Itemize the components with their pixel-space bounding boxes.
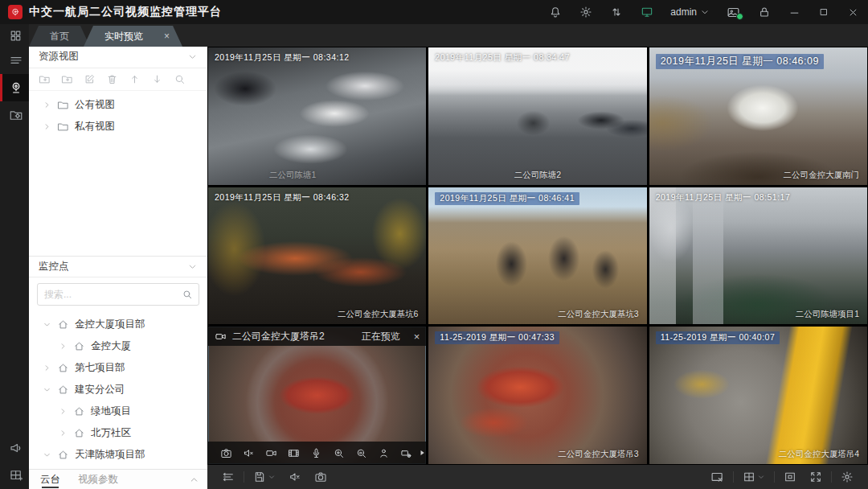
chevron-up-icon[interactable]	[189, 475, 199, 485]
folder-icon	[57, 121, 69, 133]
resource-tree: 公有视图 私有视图	[29, 91, 207, 141]
expand-window-button[interactable]	[777, 471, 803, 483]
menu-list-icon[interactable]	[0, 47, 29, 74]
chevron-right-icon	[59, 429, 68, 438]
video-cell-5[interactable]: 2019年11月25日 星期一 08:46:41 二公司金控大厦基坑3	[428, 187, 646, 325]
camera-timestamp: 2019年11月25日 星期一 08:46:32	[215, 192, 350, 203]
video-cell-6[interactable]: 2019年11月25日 星期一 08:51:17 二公司陈塘项目1	[649, 187, 867, 325]
tab-close-icon[interactable]: ×	[164, 31, 170, 42]
video-cell-3[interactable]: 2019年11月25日 星期一 08:46:09 二公司金控大厦南门	[649, 47, 867, 185]
tab-bar: 首页 实时预览 ×	[29, 24, 868, 47]
video-cell-4[interactable]: 2019年11月25日 星期一 08:46:32 二公司金控大厦基坑6	[208, 187, 426, 325]
search-input[interactable]	[38, 289, 199, 300]
talk-microphone-button[interactable]	[305, 447, 327, 459]
tree-item-label: 公有视图	[75, 98, 115, 112]
tab-video-params-label: 视频参数	[78, 473, 118, 487]
tree-item-tianjin-chentang[interactable]: 天津陈塘项目部	[29, 444, 207, 466]
video-cell-toolbar	[208, 442, 426, 464]
camera-icon	[215, 331, 227, 343]
fullscreen-button[interactable]	[803, 471, 829, 483]
grid-layout-button[interactable]	[736, 471, 772, 483]
maximize-button[interactable]	[809, 0, 838, 24]
camera-name: 二公司金控大厦塔吊2	[232, 330, 325, 343]
camera-timestamp: 2019年11月25日 星期一 08:51:17	[656, 192, 791, 203]
resource-manage-rail-icon[interactable]	[0, 101, 29, 129]
resource-view-header[interactable]: 资源视图	[29, 47, 207, 68]
add-view-group-button[interactable]	[39, 73, 51, 85]
video-cell-header: 二公司金控大厦塔吊2 正在预览 ×	[208, 327, 426, 346]
notifications-button[interactable]	[540, 0, 571, 24]
transfer-button[interactable]	[601, 0, 632, 24]
snapshot-status-button[interactable]	[718, 0, 749, 24]
panel-bottom-tabs: 云台 视频参数	[29, 469, 207, 489]
site-icon	[73, 427, 85, 439]
add-layout-rail-icon[interactable]	[0, 462, 29, 489]
search-icon[interactable]	[182, 289, 193, 300]
close-video-icon[interactable]: ×	[414, 331, 420, 343]
monitor-points-header[interactable]: 监控点	[29, 256, 207, 278]
collapse-chevron-icon[interactable]	[187, 261, 198, 272]
preset-position-button[interactable]	[372, 447, 395, 459]
tree-item-label: 绿地项目	[91, 405, 131, 418]
move-down-button[interactable]	[151, 73, 163, 85]
tree-item-seventh-project[interactable]: 第七项目部	[29, 357, 207, 379]
chevron-right-icon	[43, 101, 51, 109]
camera-timestamp: 2019年11月25日 星期一 08:46:09	[656, 54, 824, 69]
save-view-button[interactable]	[247, 471, 282, 483]
instant-playback-button[interactable]	[282, 447, 305, 459]
collapse-chevron-icon[interactable]	[187, 51, 198, 62]
3d-zoom-button[interactable]	[350, 447, 372, 459]
snapshot-button[interactable]	[215, 447, 237, 459]
tab-ptz[interactable]: 云台	[40, 470, 60, 489]
audio-muted-button[interactable]	[237, 447, 260, 459]
user-menu[interactable]: admin	[662, 6, 718, 18]
tab-live-preview[interactable]: 实时预览 ×	[84, 26, 182, 47]
delete-view-button[interactable]	[106, 73, 118, 85]
tree-item-beiwan-community[interactable]: 北万社区	[29, 422, 207, 444]
apps-grid-icon[interactable]	[0, 24, 29, 47]
close-all-button[interactable]	[704, 471, 731, 484]
app-title: 中交一航局二公司视频监控管理平台	[29, 5, 222, 19]
search-view-button[interactable]	[174, 73, 186, 85]
tree-item-private-views[interactable]: 私有视图	[29, 116, 207, 138]
close-button[interactable]	[838, 0, 868, 24]
snapshot-all-button[interactable]	[308, 471, 334, 483]
tree-item-jinkong-building[interactable]: 金控大厦	[29, 335, 207, 357]
stream-type-button[interactable]	[215, 471, 241, 483]
move-up-button[interactable]	[129, 73, 141, 85]
video-cell-8[interactable]: 11-25-2019 星期一 00:47:33 二公司金控大厦塔吊3	[428, 327, 646, 464]
chevron-down-icon	[43, 450, 51, 459]
ptz-control-button[interactable]	[395, 447, 417, 459]
video-cell-9[interactable]: 11-25-2019 星期一 00:40:07 二公司金控大厦塔吊4	[649, 327, 867, 464]
tree-item-jianan-branch[interactable]: 建安分公司	[29, 379, 207, 401]
mute-all-button[interactable]	[282, 471, 308, 483]
lock-button[interactable]	[749, 0, 780, 24]
record-button[interactable]	[260, 447, 282, 459]
video-cell-1[interactable]: 2019年11月25日 星期一 08:34:12 二公司陈塘1	[208, 47, 426, 185]
settings-button[interactable]	[571, 0, 601, 24]
tree-item-greenland-project[interactable]: 绿地项目	[29, 401, 207, 422]
tree-item-label: 北万社区	[91, 426, 131, 440]
camera-name-label: 二公司金控大厦南门	[784, 170, 860, 181]
live-view-rail-icon[interactable]	[0, 74, 29, 101]
video-wall-button[interactable]	[632, 0, 662, 24]
minimize-button[interactable]	[780, 0, 809, 24]
digital-zoom-button[interactable]	[327, 447, 350, 459]
tree-item-jinkong-project[interactable]: 金控大厦项目部	[29, 314, 207, 335]
left-rail	[0, 24, 29, 489]
camera-name-label: 二公司金控大厦基坑3	[558, 309, 638, 320]
chevron-right-icon	[59, 407, 68, 416]
tab-home[interactable]: 首页	[29, 26, 90, 47]
more-tools-arrow[interactable]	[417, 448, 426, 458]
camera-name-label: 二公司金控大厦基坑6	[338, 309, 418, 320]
edit-view-button[interactable]	[84, 73, 96, 85]
tree-item-public-views[interactable]: 公有视图	[29, 94, 207, 116]
bottom-toolbar	[207, 465, 868, 489]
tab-video-params[interactable]: 视频参数	[78, 470, 118, 489]
tree-item-label: 金控大厦项目部	[75, 318, 145, 331]
announcement-rail-icon[interactable]	[0, 434, 29, 462]
video-cell-2[interactable]: 2019年11月25日 星期一 08:34:47 二公司陈塘2	[428, 47, 646, 185]
add-view-button[interactable]	[61, 73, 73, 85]
grid-settings-button[interactable]	[834, 471, 860, 483]
video-cell-7-selected[interactable]: 二公司金控大厦塔吊2 正在预览 ×	[208, 327, 426, 464]
